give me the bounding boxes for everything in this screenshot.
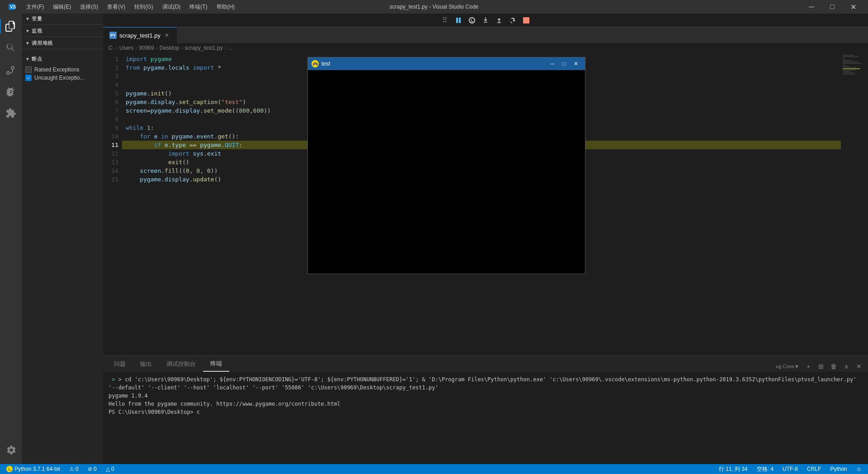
panel-add-button[interactable]: + bbox=[803, 361, 814, 372]
breadcrumb-file[interactable]: scrapy_test1.py bbox=[185, 45, 223, 51]
breakpoint-uncaught-checkbox[interactable] bbox=[25, 75, 32, 81]
panel-tab-debug-console[interactable]: 调试控制台 bbox=[159, 356, 203, 372]
status-errors[interactable]: ⚠ 0 bbox=[67, 466, 80, 472]
window-controls[interactable]: ─ □ ✕ bbox=[801, 0, 863, 14]
sidebar-section-callstack: ▼ 调用堆栈 bbox=[22, 38, 103, 48]
panel-split-button[interactable]: ⊞ bbox=[816, 361, 826, 372]
panel-tab-problems[interactable]: 问题 bbox=[107, 356, 133, 372]
chevron-down-icon: ▼ bbox=[25, 41, 30, 46]
status-bar: 🐛 Python 3.7.1 64-bit ⚠ 0 ⊘ 0 △ 0 行 11, … bbox=[0, 464, 868, 474]
breakpoint-raised-checkbox[interactable] bbox=[25, 66, 32, 73]
menu-view[interactable]: 查看(V) bbox=[104, 2, 129, 12]
callstack-header[interactable]: ▼ 调用堆栈 bbox=[22, 38, 103, 48]
menu-terminal[interactable]: 终端(T) bbox=[186, 2, 211, 12]
status-warnings[interactable]: ⊘ 0 bbox=[86, 466, 99, 472]
status-left: 🐛 Python 3.7.1 64-bit ⚠ 0 ⊘ 0 △ 0 bbox=[5, 466, 116, 472]
status-debug-info[interactable]: 🐛 Python 3.7.1 64-bit bbox=[5, 466, 62, 472]
status-warning-count: ⊘ 0 bbox=[88, 466, 97, 472]
breadcrumb-desktop[interactable]: Desktop bbox=[160, 45, 179, 51]
panel-up-button[interactable]: ∧ bbox=[841, 361, 852, 372]
panel-close-button[interactable]: ✕ bbox=[854, 361, 864, 372]
close-button[interactable]: ✕ bbox=[843, 0, 863, 14]
status-right: 行 11, 列 34 空格: 4 UTF-8 CRLF Python ☺ bbox=[717, 465, 863, 473]
line-num-13: 13 bbox=[103, 158, 118, 166]
panel-tab-terminal[interactable]: 终端 bbox=[203, 356, 229, 372]
tab-close-button[interactable]: ✕ bbox=[163, 32, 170, 39]
terminal-prompt: > bbox=[108, 376, 118, 383]
breakpoints-header[interactable]: ▼ 断点 bbox=[22, 54, 103, 64]
activity-source-control[interactable] bbox=[0, 59, 22, 81]
breadcrumb-sep-2: › bbox=[135, 45, 137, 51]
activity-search[interactable] bbox=[0, 37, 22, 59]
breadcrumb: C: › Users › 90969 › Desktop › scrapy_te… bbox=[103, 43, 868, 53]
line-num-10: 10 bbox=[103, 132, 118, 141]
window-title: scrapy_test1.py - Visual Studio Code bbox=[390, 4, 479, 10]
restart-button[interactable] bbox=[506, 15, 519, 26]
status-spaces[interactable]: 空格: 4 bbox=[755, 465, 775, 473]
activity-explorer[interactable] bbox=[0, 15, 22, 37]
status-python-version: Python 3.7.1 64-bit bbox=[14, 466, 60, 472]
title-bar: VS 文件(F) 编辑(E) 选择(S) 查看(V) 转到(G) 调试(D) 终… bbox=[0, 0, 868, 14]
chevron-down-icon: ▼ bbox=[25, 57, 30, 62]
terminal-content[interactable]: > > cd 'c:\Users\90969\Desktop'; ${env:P… bbox=[103, 372, 868, 464]
status-encoding[interactable]: UTF-8 bbox=[781, 466, 800, 472]
line-num-12: 12 bbox=[103, 149, 118, 158]
minimize-button[interactable]: ─ bbox=[801, 0, 822, 14]
line-num-3: 3 bbox=[103, 72, 118, 81]
line-numbers: 1 2 3 4 5 6 7 8 9 10 11 12 13 14 15 bbox=[103, 53, 122, 356]
breadcrumb-c[interactable]: C: bbox=[108, 45, 114, 51]
line-num-2: 2 bbox=[103, 63, 118, 72]
breadcrumb-more[interactable]: ... bbox=[228, 45, 233, 51]
debug-toolbar: ⠿ bbox=[103, 14, 868, 27]
watch-header[interactable]: ▼ 监视 bbox=[22, 26, 103, 36]
activity-bar-bottom bbox=[0, 439, 22, 464]
step-over-button[interactable] bbox=[466, 15, 478, 26]
python-file-icon: PY bbox=[109, 32, 117, 39]
line-num-9: 9 bbox=[103, 123, 118, 132]
debug-window-minimize[interactable]: ─ bbox=[547, 59, 558, 68]
breakpoint-raised-label: Raised Exceptions bbox=[34, 66, 79, 73]
breadcrumb-90969[interactable]: 90969 bbox=[139, 45, 154, 51]
breakpoints-label: 断点 bbox=[32, 56, 42, 62]
step-into-button[interactable] bbox=[479, 15, 492, 26]
menu-bar[interactable]: 文件(F) 编辑(E) 选择(S) 查看(V) 转到(G) 调试(D) 终端(T… bbox=[23, 2, 238, 12]
tab-scrapy-test1[interactable]: PY scrapy_test1.py ✕ bbox=[103, 27, 177, 43]
panel-trash-button[interactable]: 🗑 bbox=[828, 361, 839, 372]
activity-debug[interactable] bbox=[0, 81, 22, 102]
activity-extensions[interactable] bbox=[0, 102, 22, 124]
minimap-line bbox=[843, 55, 854, 56]
minimap-line bbox=[843, 57, 845, 58]
minimap-content bbox=[841, 53, 868, 77]
status-language[interactable]: Python bbox=[828, 466, 849, 472]
svg-rect-2 bbox=[456, 18, 458, 23]
panel-tab-output[interactable]: 输出 bbox=[133, 356, 159, 372]
app-icon: VS bbox=[5, 0, 19, 14]
step-out-button[interactable] bbox=[493, 15, 505, 26]
variables-header[interactable]: ▼ 变量 bbox=[22, 14, 103, 24]
minimap-line-active bbox=[843, 68, 860, 69]
activity-settings[interactable] bbox=[0, 439, 22, 460]
status-infos[interactable]: △ 0 bbox=[104, 466, 116, 472]
divider-1 bbox=[22, 24, 103, 25]
drag-handle[interactable]: ⠿ bbox=[439, 15, 451, 26]
pause-button[interactable] bbox=[452, 15, 465, 26]
menu-goto[interactable]: 转到(G) bbox=[131, 2, 156, 12]
debug-window-close[interactable]: ✕ bbox=[571, 59, 581, 68]
chevron-down-icon: ▼ bbox=[25, 28, 30, 33]
maximize-button[interactable]: □ bbox=[822, 0, 843, 14]
menu-edit[interactable]: 编辑(E) bbox=[49, 2, 75, 12]
status-position[interactable]: 行 11, 列 34 bbox=[717, 465, 750, 473]
status-line-ending[interactable]: CRLF bbox=[805, 466, 823, 472]
line-num-8: 8 bbox=[103, 115, 118, 123]
status-smiley[interactable]: ☺ bbox=[854, 466, 863, 472]
debug-window-maximize[interactable]: □ bbox=[559, 59, 570, 68]
sidebar-section-variables: ▼ 变量 bbox=[22, 14, 103, 24]
menu-select[interactable]: 选择(S) bbox=[76, 2, 102, 12]
breadcrumb-users[interactable]: Users bbox=[119, 45, 133, 51]
minimap-line bbox=[843, 60, 852, 61]
menu-debug[interactable]: 调试(D) bbox=[159, 2, 184, 12]
sidebar-section-watch: ▼ 监视 bbox=[22, 26, 103, 36]
menu-file[interactable]: 文件(F) bbox=[23, 2, 47, 12]
stop-button[interactable] bbox=[520, 15, 533, 26]
menu-help[interactable]: 帮助(H) bbox=[213, 2, 239, 12]
